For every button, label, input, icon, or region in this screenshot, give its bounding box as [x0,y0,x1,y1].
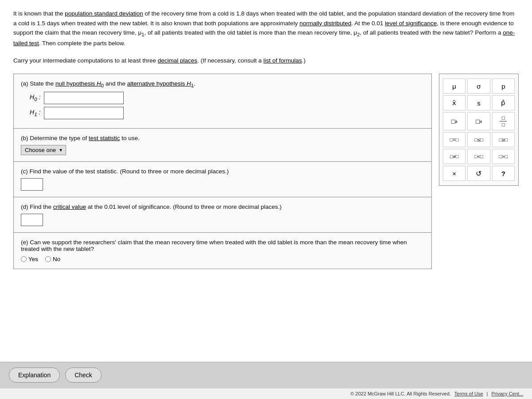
p-symbol[interactable]: p [492,78,515,94]
no-radio-option[interactable]: No [45,256,60,262]
symbol-grid: μ σ p x̄ s p̂ □a □a □ □ □=□ [443,78,515,181]
h0-input[interactable] [44,92,124,104]
section-c: (c) Find the value of the test statistic… [14,162,431,197]
dropdown-arrow-icon: ▼ [59,148,63,153]
phat-symbol[interactable]: p̂ [492,95,515,110]
no-radio[interactable] [45,256,51,262]
carry-text: Carry your intermediate computations to … [13,56,519,66]
copyright-text: © 2022 McGraw Hill LLC. All Rights Reser… [350,391,450,396]
bottom-bar: Explanation Check [0,362,532,388]
section-e: (e) Can we support the researchers' clai… [14,233,431,269]
population-standard-deviation-link[interactable]: population standard deviation [65,10,143,17]
section-c-label: (c) Find the value of the test statistic… [21,168,424,175]
problem-text: It is known that the population standard… [13,9,519,48]
test-statistic-link[interactable]: test statistic [89,135,120,141]
yes-radio-option[interactable]: Yes [21,256,38,262]
undo-symbol[interactable]: ↺ [467,166,490,181]
lte-symbol[interactable]: □≤□ [467,132,490,147]
questions-panel: (a) State the null hypothesis H0 and the… [13,74,432,269]
footer-bar: © 2022 McGraw Hill LLC. All Rights Reser… [0,388,532,399]
yes-radio[interactable] [21,256,27,262]
no-label: No [53,256,60,262]
squared-symbol[interactable]: □a [443,112,466,130]
yes-label: Yes [28,256,38,262]
s-symbol[interactable]: s [467,95,490,110]
subscript-symbol[interactable]: □a [467,112,490,130]
footer-divider: | [487,391,488,396]
lt-symbol[interactable]: □<□ [467,149,490,164]
normally-distributed-link[interactable]: normally distributed [299,20,351,27]
section-e-label: (e) Can we support the researchers' clai… [21,239,424,252]
fraction-symbol[interactable]: □ □ [492,112,515,130]
alt-hypothesis-link[interactable]: alternative hypothesis H1 [127,80,194,87]
list-of-formulas-link[interactable]: list of formulas [263,57,302,64]
null-hypothesis-link[interactable]: null hypothesis H0 [55,80,104,87]
mu-symbol[interactable]: μ [443,78,466,94]
h1-input[interactable] [44,107,124,119]
section-b-label: (b) Determine the type of test statistic… [21,135,424,141]
section-d: (d) Find the critical value at the 0.01 … [14,197,431,233]
help-symbol[interactable]: ? [492,166,515,181]
terms-link[interactable]: Terms of Use [454,391,483,396]
times-symbol[interactable]: × [443,166,466,181]
xbar-symbol[interactable]: x̄ [443,95,466,110]
critical-value-link[interactable]: critical value [53,203,86,210]
one-tailed-test-link[interactable]: one-tailed test [13,29,515,47]
decimal-places-link[interactable]: decimal places [158,57,197,64]
critical-value-input[interactable] [21,214,43,226]
privacy-link[interactable]: Privacy Cent... [491,391,523,396]
level-of-significance-link[interactable]: level of significance [385,20,437,27]
explanation-button[interactable]: Explanation [9,368,60,383]
test-statistic-input[interactable] [21,178,43,191]
sigma-symbol[interactable]: σ [467,78,490,94]
symbol-palette: μ σ p x̄ s p̂ □a □a □ □ □=□ [439,74,519,186]
section-b: (b) Determine the type of test statistic… [14,129,431,162]
dropdown-label: Choose one [25,147,56,153]
neq-symbol[interactable]: □≠□ [443,149,466,164]
test-statistic-dropdown[interactable]: Choose one ▼ [21,145,66,155]
section-a: (a) State the null hypothesis H0 and the… [14,74,431,129]
check-button[interactable]: Check [65,368,102,383]
equals-symbol[interactable]: □=□ [443,132,466,147]
h0-label: H0 : [30,94,40,102]
section-a-label: (a) State the null hypothesis H0 and the… [21,80,424,88]
gt-symbol[interactable]: □>□ [492,149,515,164]
h1-label: H1 : [30,109,40,117]
section-d-label: (d) Find the critical value at the 0.01 … [21,203,424,210]
gte-symbol[interactable]: □≥□ [492,132,515,147]
